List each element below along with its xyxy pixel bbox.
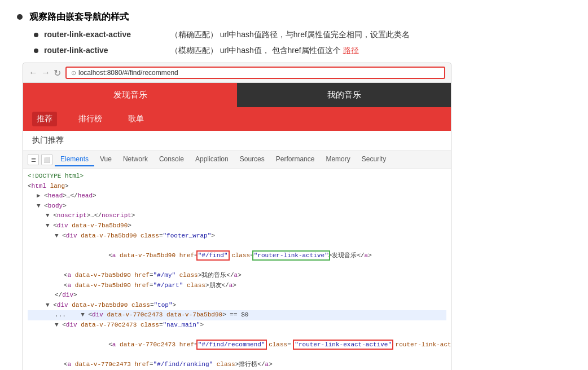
code-line-head[interactable]: ▶ <head>…</head> [28, 191, 446, 201]
main-bullet: 观察路由嵌套导航的样式 [17, 11, 571, 23]
address-bar[interactable]: ⊙ localhost:8080/#/find/recommend [65, 67, 445, 79]
devtools-tabs: Elements Vue Network Console Application… [55, 153, 392, 166]
code-line-div2[interactable]: ▼ <div data-v-7ba5bd90 class="footer_wra… [28, 231, 446, 241]
code-line-div4[interactable]: ▼ <div data-v-770c2473 class="nav_main"> [28, 320, 446, 331]
sub-bullet-1: router-link-exact-active （精确匹配） url中hash… [34, 30, 571, 40]
hot-section: 执门推荐 [23, 131, 451, 151]
code-line-highlighted[interactable]: ... ▼ <div data-v-770c2473 data-v-7ba5bd… [28, 310, 446, 320]
code-line-div1[interactable]: ▼ <div data-v-7ba5bd90> [28, 221, 446, 231]
page-content: 观察路由嵌套导航的样式 router-link-exact-active （精确… [0, 0, 588, 370]
tab-network[interactable]: Network [117, 153, 153, 166]
sub-bullet-2: router-link-active （模糊匹配） url中hash值， 包含h… [34, 46, 571, 56]
sub-nav-songlist[interactable]: 歌单 [124, 112, 148, 126]
tab-performance[interactable]: Performance [270, 153, 321, 166]
code-line-a5[interactable]: <a data-v-770c2473 href="#/find/ranking"… [28, 360, 446, 370]
devtools-inspect-btn[interactable]: ☰ [28, 154, 39, 165]
main-title: 观察路由嵌套导航的样式 [29, 11, 129, 23]
code-line-div-close1: </div> [28, 290, 446, 301]
path-link[interactable]: 路径 [343, 46, 359, 55]
browser-mockup: ← → ↻ ⊙ localhost:8080/#/find/recommend … [23, 63, 451, 370]
code-line-a3[interactable]: <a data-v-7ba5bd90 href="#/part" class>朋… [28, 281, 446, 291]
devtools-device-btn[interactable]: ⬜ [41, 154, 52, 165]
browser-toolbar: ← → ↻ ⊙ localhost:8080/#/find/recommend [23, 63, 451, 83]
tab-security[interactable]: Security [356, 153, 392, 166]
sub-text-1: router-link-exact-active （精确匹配） url中hash… [44, 30, 410, 40]
class-name-1: router-link-exact-active [44, 30, 157, 39]
hot-section-label: 执门推荐 [32, 135, 64, 144]
devtools-panel: ☰ ⬜ Elements Vue Network Console Applica… [23, 151, 451, 370]
sub-dot-2 [34, 49, 38, 53]
sub-nav-ranking[interactable]: 排行榜 [74, 112, 107, 126]
parenthesis-1: （精确匹配） [170, 30, 218, 39]
tab-console[interactable]: Console [153, 153, 190, 166]
class-name-2: router-link-active [44, 46, 157, 55]
description-2: url中hash值， 包含href属性值这个 [220, 46, 341, 55]
back-button[interactable]: ← [29, 68, 38, 78]
sub-dot-1 [34, 33, 38, 37]
sub-nav: 推荐 排行榜 歌单 [23, 107, 451, 131]
code-line-doctype: <!DOCTYPE html> [28, 171, 446, 182]
code-line-noscript[interactable]: ▼ <noscript>…</noscript> [28, 211, 446, 221]
sub-list: router-link-exact-active （精确匹配） url中hash… [34, 30, 571, 56]
app-nav-find-music[interactable]: 发现音乐 [23, 83, 237, 107]
app-navbar: 发现音乐 我的音乐 [23, 83, 451, 107]
bullet-dot [17, 14, 23, 20]
parenthesis-2: （模糊匹配） [170, 46, 218, 55]
code-line-div3[interactable]: ▼ <div data-v-7ba5bd90 class="top"> [28, 301, 446, 311]
code-line-body[interactable]: ▼ <body> [28, 201, 446, 212]
browser-wrapper: ← → ↻ ⊙ localhost:8080/#/find/recommend … [17, 63, 571, 370]
tab-memory[interactable]: Memory [320, 153, 356, 166]
sub-nav-recommend[interactable]: 推荐 [32, 112, 57, 126]
tab-sources[interactable]: Sources [234, 153, 270, 166]
devtools-toolbar: ☰ ⬜ Elements Vue Network Console Applica… [23, 151, 451, 169]
lock-icon: ⊙ [71, 69, 76, 77]
tab-elements[interactable]: Elements [55, 153, 94, 166]
reload-button[interactable]: ↻ [54, 68, 61, 78]
code-line-html: <html lang> [28, 182, 446, 192]
browser-nav-buttons: ← → ↻ [29, 68, 61, 78]
code-line-a4[interactable]: <a data-v-770c2473 href="#/find/recommen… [28, 331, 446, 360]
sub-text-2: router-link-active （模糊匹配） url中hash值， 包含h… [44, 46, 359, 56]
tab-vue[interactable]: Vue [94, 153, 117, 166]
code-view: <!DOCTYPE html> <html lang> ▶ <head>…</h… [23, 169, 451, 370]
url-text: localhost:8080/#/find/recommend [78, 69, 178, 77]
forward-button[interactable]: → [41, 68, 50, 78]
app-nav-my-music[interactable]: 我的音乐 [237, 83, 451, 107]
code-line-a2[interactable]: <a data-v-7ba5bd90 href="#/my" class>我的音… [28, 271, 446, 281]
description-1: url中hash值路径，与href属性值完全相同，设置此类名 [220, 30, 410, 39]
tab-application[interactable]: Application [190, 153, 234, 166]
code-line-a1[interactable]: <a data-v-7ba5bd90 href="#/find" class="… [28, 241, 446, 271]
